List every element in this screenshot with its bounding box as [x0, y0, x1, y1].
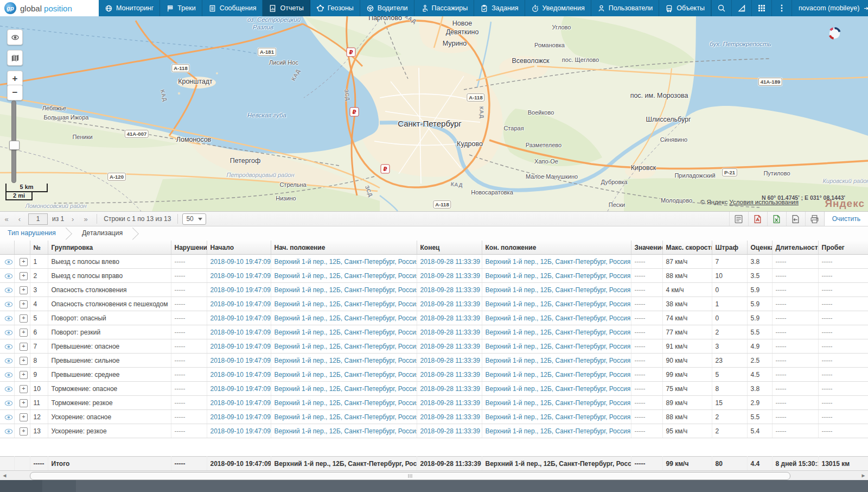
row-show-on-map[interactable] [0, 424, 14, 438]
export-file-button[interactable] [786, 212, 805, 226]
tab-details[interactable]: Детализация [74, 229, 128, 237]
row-show-on-map[interactable] [0, 297, 14, 311]
header-duration[interactable]: Длительность [772, 241, 818, 255]
row-expand[interactable]: + [14, 339, 30, 354]
header-score[interactable]: Оценка [747, 241, 772, 255]
table-row[interactable]: + 8 Превышение: сильное ----- 2018-09-10… [0, 354, 868, 368]
table-row[interactable]: + 4 Опасность столкновения с пешеходом -… [0, 297, 868, 311]
row-expand[interactable]: + [14, 269, 30, 283]
header-mileage[interactable]: Пробег [818, 241, 868, 255]
header-max-speed[interactable]: Макс. скорость [662, 241, 712, 255]
table-row[interactable]: + 6 Поворот: резкий ----- 2018-09-10 19:… [0, 325, 868, 339]
table-row[interactable]: + 7 Превышение: опасное ----- 2018-09-10… [0, 339, 868, 354]
header-start[interactable]: Начало [207, 241, 271, 255]
row-expand[interactable]: + [14, 325, 30, 339]
nav-item-messages[interactable]: Сообщения [202, 0, 263, 16]
header-start-pos[interactable]: Нач. положение [271, 241, 417, 255]
row-expand[interactable]: + [14, 410, 30, 424]
table-row[interactable]: + 13 Ускорение: резкое ----- 2018-09-10 … [0, 424, 868, 438]
header-end[interactable]: Конец [417, 241, 482, 255]
row-expand[interactable]: + [14, 424, 30, 438]
measure-button[interactable] [731, 0, 751, 16]
scrollbar-thumb[interactable] [30, 472, 790, 480]
last-page-button[interactable]: » [79, 215, 92, 223]
table-row[interactable]: + 12 Ускорение: опасное ----- 2018-09-10… [0, 410, 868, 424]
expand-plus-icon: + [20, 343, 28, 351]
scroll-left-arrow[interactable]: ◄ [0, 471, 9, 480]
header-fine[interactable]: Штраф [712, 241, 747, 255]
header-num[interactable]: № [30, 241, 48, 255]
header-end-pos[interactable]: Кон. положение [482, 241, 631, 255]
export-excel-button[interactable] [767, 212, 786, 226]
nav-item-monitoring[interactable]: Мониторинг [99, 0, 160, 16]
header-group[interactable]: Группировка [48, 241, 171, 255]
horizontal-scrollbar[interactable]: ◄ ► [0, 470, 868, 481]
table-row[interactable]: + 2 Выезд с полосы вправо ----- 2018-09-… [0, 269, 868, 283]
table-row[interactable]: + 5 Поворот: опасный ----- 2018-09-10 19… [0, 311, 868, 325]
map-visibility-button[interactable] [7, 29, 23, 45]
zoom-slider[interactable] [11, 100, 16, 183]
row-expand[interactable]: + [14, 382, 30, 396]
row-show-on-map[interactable] [0, 368, 14, 382]
table-row[interactable]: + 3 Опасность столкновения ----- 2018-09… [0, 283, 868, 297]
row-show-on-map[interactable] [0, 325, 14, 339]
row-show-on-map[interactable] [0, 255, 14, 269]
nav-item-drivers[interactable]: Водители [360, 0, 414, 16]
nav-item-users[interactable]: Пользователи [591, 0, 660, 16]
row-expand[interactable]: + [14, 368, 30, 382]
nav-item-tasks[interactable]: Задания [474, 0, 525, 16]
row-show-on-map[interactable] [0, 382, 14, 396]
logout-icon [863, 4, 868, 12]
road-number-badge: А-118 [433, 200, 451, 209]
header-value[interactable]: Значение [631, 241, 662, 255]
prev-page-button[interactable]: ‹ [13, 215, 26, 223]
row-show-on-map[interactable] [0, 269, 14, 283]
row-expand[interactable]: + [14, 283, 30, 297]
row-show-on-map[interactable] [0, 396, 14, 410]
apps-grid-button[interactable] [751, 0, 771, 16]
row-show-on-map[interactable] [0, 283, 14, 297]
user-menu[interactable]: novacom (mobileye) [792, 0, 868, 16]
row-show-on-map[interactable] [0, 410, 14, 424]
table-row[interactable]: + 11 Торможение: резкое ----- 2018-09-10… [0, 396, 868, 410]
tab-violation-type[interactable]: Тип нарушения [0, 229, 61, 237]
clear-button[interactable]: Очистить [824, 212, 868, 226]
print-button[interactable] [805, 212, 824, 226]
page-number-input[interactable] [28, 213, 48, 225]
terms-link[interactable]: Условия использования [729, 199, 799, 205]
row-show-on-map[interactable] [0, 354, 14, 368]
more-menu-button[interactable] [771, 0, 792, 16]
table-row[interactable]: + 1 Выезд с полосы влево ----- 2018-09-1… [0, 255, 868, 269]
export-pdf-button[interactable] [748, 212, 767, 226]
map-layers-button[interactable] [7, 50, 23, 66]
row-expand[interactable]: + [14, 297, 30, 311]
row-expand[interactable]: + [14, 354, 30, 368]
zoom-out-button[interactable]: − [7, 85, 23, 100]
nav-item-passengers[interactable]: Пассажиры [414, 0, 475, 16]
brand-logo[interactable]: gp global position [0, 0, 99, 16]
nav-item-reports[interactable]: Отчеты [263, 0, 310, 16]
zoom-in-button[interactable]: + [7, 71, 23, 86]
row-show-on-map[interactable] [0, 339, 14, 354]
row-expand[interactable]: + [14, 311, 30, 325]
table-row[interactable]: + 10 Торможение: опасное ----- 2018-09-1… [0, 382, 868, 396]
header-violation[interactable]: Нарушение [171, 241, 207, 255]
nav-item-notifications[interactable]: Уведомления [525, 0, 591, 16]
search-button[interactable] [711, 0, 731, 16]
report-view-button[interactable] [729, 212, 748, 226]
nav-item-objects[interactable]: Объекты [659, 0, 711, 16]
cell-start-pos: Верхний 1-й пер., 12Б, Санкт-Петербург, … [271, 354, 417, 368]
zoom-slider-handle[interactable] [9, 141, 20, 150]
row-show-on-map[interactable] [0, 311, 14, 325]
next-page-button[interactable]: › [66, 215, 79, 223]
page-size-select[interactable]: 50 [182, 213, 206, 225]
nav-item-label: Пользователи [609, 4, 653, 12]
table-row[interactable]: + 9 Превышение: среднее ----- 2018-09-10… [0, 368, 868, 382]
row-expand[interactable]: + [14, 396, 30, 410]
scroll-right-arrow[interactable]: ► [859, 471, 868, 480]
first-page-button[interactable]: « [0, 215, 13, 223]
map-canvas[interactable]: Парголово Новое Девяткино Мурино Углово … [0, 16, 868, 211]
nav-item-geofences[interactable]: Геозоны [310, 0, 360, 16]
nav-item-tracks[interactable]: Треки [160, 0, 202, 16]
row-expand[interactable]: + [14, 255, 30, 269]
